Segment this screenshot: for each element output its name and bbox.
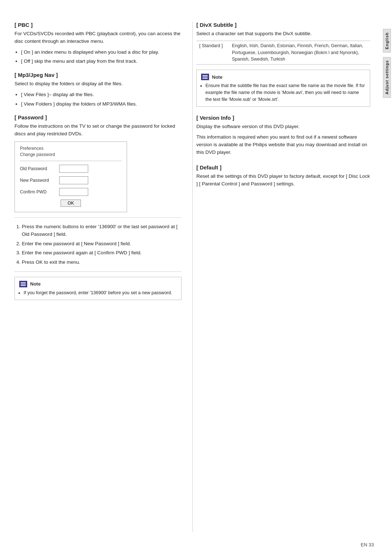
password-note-label: Note [30,281,41,287]
divx-note-icon-lines [203,75,208,79]
mp3jpeg-bullet-1: [ View Files ]– display all the files. [21,91,181,99]
divx-table: [ Standard ] English, Irish, Danish, Est… [196,41,370,65]
password-note-box: Note If you forget the password, enter '… [15,277,181,300]
password-box-header: Preferences Change password [20,145,122,158]
note-icon [19,281,27,287]
old-password-row: Old Password [20,165,122,173]
note-icon-line-1 [21,282,26,283]
password-steps: Press the numeric buttons to enter '1369… [22,223,181,266]
new-password-input[interactable] [59,176,88,184]
main-content: [ PBC ] For VCDs/SVCDs recorded with PBC… [0,11,382,543]
old-password-label: Old Password [20,166,56,171]
confirm-pwd-label: Confirm PWD [20,189,56,194]
change-password-label: Change password [20,152,122,158]
password-title: [ Password ] [15,114,181,120]
password-note-divider [15,271,181,272]
version-section: [ Version Info ] Display the software ve… [196,115,370,156]
divx-standard-label: [ Standard ] [196,41,229,64]
old-password-input[interactable] [59,165,88,173]
password-step-4: Press OK to exit the menu. [22,258,181,266]
side-tabs: English Adjust settings [382,0,392,554]
pbc-bullets: [ On ] an index menu is displayed when y… [21,48,181,65]
divx-languages: English, Irish, Danish, Estonian, Finnis… [229,41,370,64]
divx-note-bullets: Ensure that the subtitle file has the ex… [205,82,366,103]
default-body: Reset all the settings of this DVD playe… [196,173,370,188]
preferences-label: Preferences [20,145,122,152]
password-dialog-box: Preferences Change password Old Password… [15,141,127,212]
password-steps-divider [15,217,181,218]
ok-button-row: OK [20,200,122,207]
default-section: [ Default ] Reset all the settings of th… [196,164,370,188]
divx-note-box: Note Ensure that the subtitle file has t… [196,70,370,107]
version-title: [ Version Info ] [196,115,370,121]
divx-note-icon-line-3 [203,78,208,79]
version-body1: Display the software version of this DVD… [196,123,370,131]
password-note-bullets: If you forget the password, enter '13690… [24,290,177,296]
mp3jpeg-body: Select to display the folders or display… [15,80,181,88]
divx-table-row: [ Standard ] English, Irish, Danish, Est… [196,41,370,64]
english-tab-label: English [383,29,391,53]
mp3jpeg-bullet-2: [ View Folders ] display the folders of … [21,100,181,108]
pbc-title: [ PBC ] [15,22,181,28]
divx-section: [ DivX Subtitle ] Select a character set… [196,22,370,107]
new-password-row: New Password [20,176,122,184]
note-icon-line-2 [21,284,26,284]
confirm-pwd-input[interactable] [59,188,88,196]
password-box-divider [20,161,122,161]
mp3jpeg-bullets: [ View Files ]– display all the files. [… [21,91,181,108]
default-title: [ Default ] [196,164,370,171]
divx-note-header: Note [201,74,366,80]
password-note-text: If you forget the password, enter '13690… [24,290,177,296]
new-password-label: New Password [20,178,56,183]
version-body2: This information is required when you wa… [196,134,370,156]
divx-note-label: Note [212,74,222,80]
mp3jpeg-title: [ Mp3/Jpeg Nav ] [15,72,181,78]
divx-note-icon-line-2 [203,77,208,77]
pbc-bullet-1: [ On ] an index menu is displayed when y… [21,48,181,56]
pbc-bullet-2: [ Off ] skip the menu and start play fro… [21,57,181,65]
left-column: [ PBC ] For VCDs/SVCDs recorded with PBC… [15,22,192,532]
password-step-3: Enter the new password again at [ Confir… [22,249,181,257]
note-icon-line-3 [21,285,26,286]
page-number: EN 33 [361,542,374,547]
password-step-2: Enter the new password at [ New Password… [22,240,181,248]
note-icon-lines [21,282,26,286]
pbc-section: [ PBC ] For VCDs/SVCDs recorded with PBC… [15,22,181,65]
mp3jpeg-section: [ Mp3/Jpeg Nav ] Select to display the f… [15,72,181,108]
password-section: [ Password ] Follow the instructions on … [15,114,181,300]
divx-note-icon [201,74,209,80]
divx-body: Select a character set that supports the… [196,30,370,38]
divx-title: [ DivX Subtitle ] [196,22,370,28]
adjust-settings-tab-label: Adjust settings [383,57,391,98]
password-note-header: Note [19,281,177,287]
confirm-pwd-row: Confirm PWD [20,188,122,196]
ok-button[interactable]: OK [61,200,81,207]
pbc-body: For VCDs/SVCDs recorded with PBC (playba… [15,30,181,45]
right-column: [ DivX Subtitle ] Select a character set… [192,22,370,532]
divx-note-icon-line-1 [203,75,208,76]
password-step-1: Press the numeric buttons to enter '1369… [22,223,181,238]
password-body: Follow the instructions on the TV to set… [15,123,181,138]
divx-note-text: Ensure that the subtitle file has the ex… [205,82,366,103]
